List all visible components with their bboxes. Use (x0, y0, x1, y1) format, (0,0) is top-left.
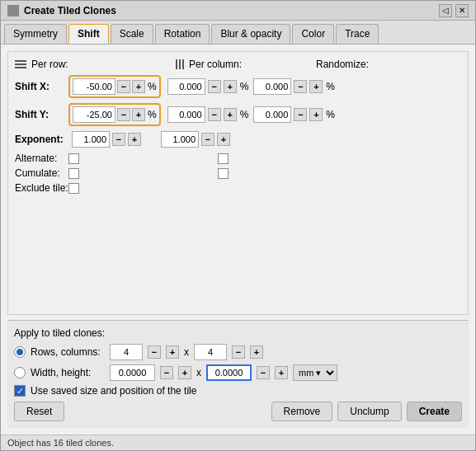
randomize-label: Randomize: (316, 59, 369, 70)
per-row-label: Per row: (31, 59, 68, 70)
minimize-button[interactable]: ◁ (439, 4, 452, 17)
rows-cols-minus1[interactable]: − (148, 345, 161, 359)
exclude-tile-row: Exclude tile: (15, 182, 461, 194)
cumulate-row: Cumulate: (15, 167, 461, 179)
apply-label: Apply to tiled clones: (14, 327, 462, 339)
bottom-section: Apply to tiled clones: Rows, columns: − … (7, 320, 469, 428)
rows-cols-plus1[interactable]: + (166, 345, 179, 359)
tab-shift[interactable]: Shift (68, 24, 109, 44)
per-row-icon (15, 60, 26, 68)
unit-select[interactable]: mm ▾ px cm in (293, 364, 337, 381)
shift-x-per-row-input[interactable] (73, 78, 115, 95)
exclude-tile-checkbox[interactable] (68, 183, 79, 194)
tab-rotation[interactable]: Rotation (155, 24, 210, 44)
shift-y-per-col1-plus[interactable]: + (224, 108, 237, 121)
unclump-button[interactable]: Unclump (337, 402, 401, 421)
shift-x-per-row-group: − + % (68, 75, 161, 98)
shift-y-per-row-group: − + % (68, 103, 161, 126)
shift-x-randomize-unit: % (326, 81, 335, 92)
shift-y-per-col1-minus[interactable]: − (208, 108, 221, 121)
close-button[interactable]: ✕ (455, 4, 469, 17)
tab-blur-opacity[interactable]: Blur & opacity (211, 24, 290, 44)
reset-button[interactable]: Reset (14, 402, 64, 421)
exponent-val2-plus[interactable]: + (217, 133, 230, 146)
shift-y-randomize-minus[interactable]: − (294, 108, 307, 121)
shift-x-per-col1-plus[interactable]: + (224, 80, 237, 93)
exponent-val2-minus[interactable]: − (201, 133, 214, 146)
shift-y-randomize-plus[interactable]: + (309, 108, 323, 121)
rows-cols-plus2[interactable]: + (250, 345, 263, 359)
width-height-minus2[interactable]: − (257, 366, 270, 379)
shift-x-per-row-minus[interactable]: − (117, 80, 130, 93)
width-height-minus1[interactable]: − (160, 366, 173, 379)
shift-y-per-row-minus[interactable]: − (117, 108, 130, 121)
shift-x-per-col1-unit: % (240, 81, 249, 92)
tab-symmetry[interactable]: Symmetry (4, 24, 67, 44)
rows-cols-radio[interactable] (14, 346, 26, 358)
per-col-icon (176, 59, 184, 69)
tab-trace[interactable]: Trace (336, 24, 379, 44)
shift-x-randomize-group: − + % (253, 78, 335, 95)
randomize-header: Randomize: (316, 59, 369, 70)
main-window: Create Tiled Clones ◁ ✕ Symmetry Shift S… (0, 0, 476, 451)
shift-y-per-col1-group: − + % (167, 106, 249, 123)
rows-cols-val1-input[interactable] (110, 344, 143, 360)
tab-bar: Symmetry Shift Scale Rotation Blur & opa… (1, 21, 475, 45)
width-height-label: Width, height: (31, 367, 105, 378)
shift-x-randomize-input[interactable] (253, 78, 291, 95)
status-text: Object has 16 tiled clones. (7, 438, 114, 448)
rows-cols-label: Rows, columns: (31, 346, 105, 358)
exponent-row: Exponent: − + − + (15, 131, 461, 148)
alternate-checkbox-1[interactable] (68, 153, 79, 164)
shift-y-randomize-group: − + % (253, 106, 335, 123)
exponent-val1-group: − + (72, 131, 141, 148)
shift-y-per-row-input[interactable] (73, 106, 115, 123)
tab-color[interactable]: Color (292, 24, 334, 44)
rows-cols-row: Rows, columns: − + x − + (14, 344, 462, 360)
shift-x-per-col1-group: − + % (167, 78, 249, 95)
width-height-val2-input[interactable] (206, 364, 252, 381)
alternate-row: Alternate: (15, 153, 461, 164)
x-separator-1: x (184, 346, 189, 358)
shift-x-randomize-plus[interactable]: + (309, 80, 323, 93)
exponent-val1-plus[interactable]: + (128, 133, 141, 146)
width-height-row: Width, height: − + x − + mm ▾ px cm in (14, 364, 462, 381)
shift-x-randomize-minus[interactable]: − (294, 80, 307, 93)
cumulate-label: Cumulate: (15, 167, 68, 179)
rows-cols-minus2[interactable]: − (232, 345, 245, 359)
saved-size-row: Use saved size and position of the tile (14, 385, 462, 397)
alternate-label: Alternate: (15, 153, 68, 164)
shift-y-per-col1-input[interactable] (167, 106, 205, 123)
shift-x-per-row-plus[interactable]: + (132, 80, 145, 93)
shift-x-per-row-unit: % (148, 81, 157, 92)
width-height-radio[interactable] (14, 367, 26, 378)
shift-y-per-row-unit: % (148, 109, 157, 120)
width-height-plus2[interactable]: + (275, 366, 288, 379)
shift-x-per-col1-minus[interactable]: − (208, 80, 221, 93)
column-headers: Per row: Per column: Randomize: (15, 59, 461, 70)
shift-y-per-row-plus[interactable]: + (132, 108, 145, 121)
title-bar: Create Tiled Clones ◁ ✕ (1, 1, 475, 21)
rows-cols-val2-input[interactable] (194, 344, 227, 360)
saved-size-label: Use saved size and position of the tile (31, 385, 196, 397)
window-icon (7, 5, 19, 16)
tab-content: Per row: Per column: Randomize: Shift X: (1, 45, 475, 435)
window-title: Create Tiled Clones (24, 5, 116, 16)
alternate-checkbox-2[interactable] (218, 153, 229, 164)
saved-size-checkbox[interactable] (14, 385, 26, 397)
remove-button[interactable]: Remove (271, 402, 333, 421)
width-height-val1-input[interactable] (110, 364, 155, 381)
exponent-val2-input[interactable] (161, 131, 199, 148)
shift-y-randomize-input[interactable] (253, 106, 291, 123)
shift-x-per-col1-input[interactable] (167, 78, 205, 95)
shift-x-label: Shift X: (15, 81, 68, 92)
tab-scale[interactable]: Scale (111, 24, 153, 44)
width-height-plus1[interactable]: + (178, 366, 191, 379)
shift-x-row: Shift X: − + % − + % (15, 75, 461, 98)
exponent-val1-input[interactable] (72, 131, 110, 148)
create-button[interactable]: Create (407, 402, 462, 421)
exponent-val1-minus[interactable]: − (112, 133, 125, 146)
cumulate-checkbox-1[interactable] (68, 168, 79, 179)
action-buttons: Reset Remove Unclump Create (14, 402, 462, 421)
cumulate-checkbox-2[interactable] (218, 168, 229, 179)
